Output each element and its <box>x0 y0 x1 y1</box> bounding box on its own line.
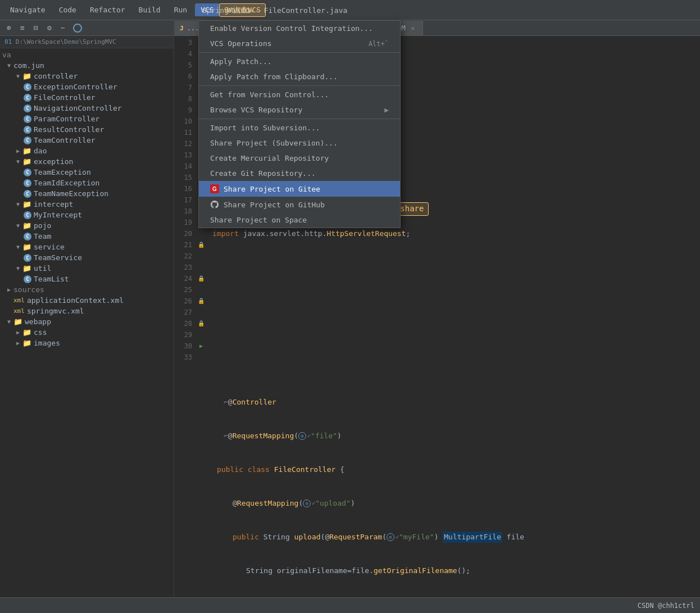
code-line-17: public String upload( @RequestParam( ⊙ ✓… <box>212 532 700 543</box>
window-title: SpringMVC01 - FileController.java <box>202 6 347 15</box>
tree-item-dao[interactable]: ▶ 📁 dao <box>0 146 174 156</box>
vcs-menu-item-share-github[interactable]: Share Project on GitHub <box>199 197 400 212</box>
file-tree: va ▼ com.jun ▼ 📁 controller C ExceptionC… <box>0 48 174 349</box>
github-icon <box>210 200 219 209</box>
tree-item-service[interactable]: ▼ 📁 service <box>0 242 174 252</box>
menu-bar: Navigate Code Refactor Build Run VCS Win… <box>0 0 700 20</box>
tree-item-css[interactable]: ▶ 📁 css <box>0 327 174 338</box>
tree-item-my-intercept[interactable]: C MyIntercept <box>0 210 174 220</box>
vcs-menu-item-apply-patch[interactable]: Apply Patch... <box>199 54 400 69</box>
vcs-menu-item-apply-patch-clipboard[interactable]: Apply Patch from Clipboard... <box>199 69 400 84</box>
vcs-menu-item-create-git[interactable]: Create Git Repository... <box>199 166 400 181</box>
sidebar-path: 01 D:\WorkSpace\Demo\SpringMVC <box>0 36 174 48</box>
vcs-menu-item-share-svn[interactable]: Share Project (Subversion)... <box>199 135 400 151</box>
vcs-menu-item-share-gitee[interactable]: G Share Project on Gitee <box>199 181 400 197</box>
menu-run[interactable]: Run <box>169 3 193 16</box>
code-line-18: String originalFilename=file.getOriginal… <box>212 565 700 576</box>
vcs-menu-item-browse-vcs[interactable]: Browse VCS Repository ▶ <box>199 102 400 117</box>
tree-item-param-controller[interactable]: C ParamController <box>0 113 174 124</box>
vcs-menu-item-operations[interactable]: VCS Operations Alt+` <box>199 36 400 51</box>
tree-item-webapp[interactable]: ▼ 📁 webapp <box>0 316 174 327</box>
code-line-14: ⌐ @RequestMapping( ⊙ ✓ "file") <box>212 430 700 442</box>
status-bar: CSDN @chh1ctrl <box>0 597 700 613</box>
collapse-btn[interactable]: ≡ <box>17 22 28 34</box>
tree-item-pojo[interactable]: ▼ 📁 pojo <box>0 220 174 231</box>
vcs-menu-item-share-space[interactable]: Share Project on Space <box>199 212 400 228</box>
line-numbers: 3 4 5 6 7 8 9 10 11 12 13 14 15 16 17 18… <box>174 36 197 597</box>
tab-close-pom[interactable]: × <box>409 24 417 32</box>
sync-btn[interactable]: ⊕ <box>3 22 15 34</box>
tree-item-team-list[interactable]: C TeamList <box>0 274 174 284</box>
tree-item-comjun[interactable]: ▼ com.jun <box>0 60 174 71</box>
vcs-menu-item-create-mercurial[interactable]: Create Mercurial Repository <box>199 151 400 166</box>
tree-item-sources[interactable]: ▶ sources <box>0 284 174 295</box>
vcs-dropdown: Enable Version Control Integration... VC… <box>198 20 401 228</box>
tree-item-images[interactable]: ▶ 📁 images <box>0 338 174 348</box>
close-sidebar-btn[interactable]: − <box>57 22 69 34</box>
tree-item-team-id-exception[interactable]: C TeamIdException <box>0 178 174 188</box>
gitee-icon: G <box>210 184 219 193</box>
tree-item-team-name-exception[interactable]: C TeamNameException <box>0 188 174 199</box>
code-line-12 <box>212 363 700 374</box>
divider-3 <box>199 119 400 119</box>
menu-code[interactable]: Code <box>53 3 82 16</box>
sidebar: ⊕ ≡ ⊟ ⚙ − 01 D:\WorkSpace\Demo\SpringMVC… <box>0 20 174 597</box>
tree-item-team[interactable]: C Team <box>0 231 174 242</box>
code-line-10 <box>212 296 700 307</box>
tree-item-exception[interactable]: ▼ 📁 exception <box>0 156 174 167</box>
tree-item-util[interactable]: ▼ 📁 util <box>0 263 174 274</box>
tree-item-intercept[interactable]: ▼ 📁 intercept <box>0 199 174 210</box>
code-line-13: ⌐ @Controller <box>212 397 700 408</box>
title-area: SpringMVC01 - FileController.java <box>202 0 347 20</box>
tree-item-va[interactable]: va <box>0 49 174 60</box>
java-icon: J <box>180 25 184 32</box>
menu-build[interactable]: Build <box>133 3 166 16</box>
tree-item-team-controller[interactable]: C TeamController <box>0 135 174 146</box>
tree-item-app-context-xml[interactable]: xml applicationContext.xml <box>0 295 174 306</box>
filter-btn[interactable]: ⊟ <box>30 22 42 34</box>
divider-1 <box>199 52 400 53</box>
sidebar-toolbar: ⊕ ≡ ⊟ ⚙ − <box>0 20 174 36</box>
scope-indicator <box>73 24 82 33</box>
code-line-15: public class FileController { <box>212 464 700 475</box>
menu-refactor[interactable]: Refactor <box>84 3 131 16</box>
tree-item-springmvc-xml[interactable]: xml springmvc.xml <box>0 306 174 316</box>
divider-2 <box>199 85 400 86</box>
tree-item-controller[interactable]: ▼ 📁 controller <box>0 71 174 81</box>
tree-item-team-service[interactable]: C TeamService <box>0 252 174 263</box>
tree-item-navigation-controller[interactable]: C NavigationController <box>0 103 174 113</box>
tree-item-file-controller[interactable]: C FileController <box>0 92 174 103</box>
code-line-8: import javax.servlet.http.HttpServletReq… <box>212 228 700 239</box>
vcs-menu-item-import-svn[interactable]: Import into Subversion... <box>199 120 400 135</box>
status-text: CSDN @chh1ctrl <box>638 602 694 610</box>
code-line-9 <box>212 262 700 273</box>
menu-navigate[interactable]: Navigate <box>4 3 51 16</box>
settings-btn[interactable]: ⚙ <box>44 22 55 34</box>
tree-item-result-controller[interactable]: C ResultController <box>0 124 174 135</box>
vcs-menu-item-enable[interactable]: Enable Version Control Integration... <box>199 21 400 36</box>
code-line-16: @RequestMapping( ⊙ ✓ "upload") <box>212 498 700 509</box>
tree-item-exception-controller[interactable]: C ExceptionController <box>0 81 174 92</box>
vcs-menu-item-get-from-vc[interactable]: Get from Version Control... <box>199 87 400 102</box>
code-line-11 <box>212 329 700 340</box>
tree-item-team-exception[interactable]: C TeamException <box>0 167 174 178</box>
